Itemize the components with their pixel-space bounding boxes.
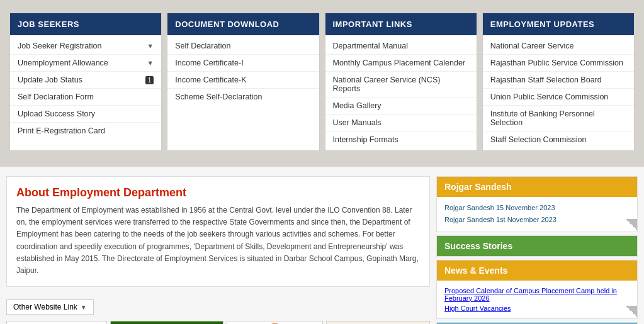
document-download-header: DOCUMENT DOWNLOAD — [167, 13, 319, 35]
nav-item-ncs-reports[interactable]: National Career Service (NCS) Reports — [325, 72, 477, 98]
nav-item-unemployment-allowance[interactable]: Unemployment Allowance ▼ — [10, 55, 161, 72]
about-text: The Department of Employment was establi… — [16, 204, 420, 277]
nav-item-update-job-status[interactable]: Update Job Status 1 — [10, 72, 161, 89]
other-website-link[interactable]: Other Website Link ▼ — [6, 299, 94, 315]
news-events-header[interactable]: News & Events — [437, 260, 637, 281]
nav-item-job-seeker-registration[interactable]: Job Seeker Registration ▼ — [10, 38, 161, 55]
nav-item-self-declaration[interactable]: Self Declaration — [167, 38, 319, 55]
success-stories-card: Success Stories — [436, 235, 638, 257]
rojgar-item-1[interactable]: Rojgar Sandesh 15 November 2023 — [444, 202, 630, 214]
job-seekers-column: JOB SEEKERS Job Seeker Registration ▼ Un… — [9, 13, 162, 151]
news-item-2[interactable]: High Court Vacancies — [444, 303, 630, 313]
employment-updates-header: EMPLOYMENT UPDATES — [483, 13, 634, 35]
nav-item-ssc[interactable]: Staff Selection Commission — [483, 131, 634, 148]
important-links-items: Departmental Manual Monthly Campus Place… — [325, 35, 477, 150]
nav-item-internship-formats[interactable]: Internship Formats — [325, 131, 477, 148]
employment-updates-items: National Career Service Rajasthan Public… — [483, 35, 634, 150]
nav-item-upsc[interactable]: Union Public Service Commission — [483, 89, 634, 106]
news-item-1[interactable]: Proposed Calendar of Campus Placement Ca… — [444, 286, 630, 303]
document-download-items: Self Declaration Income Certificate-I In… — [167, 35, 319, 108]
employment-updates-column: EMPLOYMENT UPDATES National Career Servi… — [482, 13, 635, 151]
rajasthan-sampark-banner[interactable]: राजस्थान संपर्क Rajasthan Sampark — [6, 321, 107, 324]
important-links-column: IMPORTANT LINKS Departmental Manual Mont… — [325, 13, 477, 151]
about-section: About Employment Department The Departme… — [6, 176, 430, 287]
rojgar-sandesh-header[interactable]: Rojgar Sandesh — [437, 177, 637, 197]
nav-item-income-certificate-k[interactable]: Income Certificate-K — [167, 72, 319, 89]
news-link-1[interactable]: Proposed Calendar of Campus Placement Ca… — [444, 287, 617, 302]
nav-item-departmental-manual[interactable]: Departmental Manual — [325, 38, 477, 55]
left-content: About Employment Department The Departme… — [6, 176, 430, 324]
nav-item-media-gallery[interactable]: Media Gallery — [325, 98, 477, 115]
dropdown-arrow-icon: ▼ — [147, 59, 154, 67]
toll-free-banner[interactable]: भारत कोई रिश्वत मत बोलो ☎ 1800 Anti Corr… — [110, 321, 224, 324]
nav-item-income-certificate-i[interactable]: Income Certificate-I — [167, 55, 319, 72]
notification-badge: 1 — [145, 76, 154, 84]
nav-area: JOB SEEKERS Job Seeker Registration ▼ Un… — [0, 0, 644, 167]
job-seekers-header: JOB SEEKERS — [10, 13, 161, 35]
nav-columns: JOB SEEKERS Job Seeker Registration ▼ Un… — [6, 6, 638, 157]
main-content: About Employment Department The Departme… — [0, 167, 644, 324]
nav-item-upload-success-story[interactable]: Upload Success Story — [10, 106, 161, 123]
rojgar-link-1[interactable]: Rojgar Sandesh 15 November 2023 — [444, 204, 555, 211]
nav-item-monthly-campus-placement[interactable]: Monthly Campus Placement Calender — [325, 55, 477, 72]
news-link-2[interactable]: High Court Vacancies — [444, 304, 511, 312]
news-events-body: Proposed Calendar of Campus Placement Ca… — [437, 281, 637, 318]
nav-item-national-career-service[interactable]: National Career Service — [483, 38, 634, 55]
success-stories-header[interactable]: Success Stories — [437, 236, 637, 256]
right-sidebar: Rojgar Sandesh Rojgar Sandesh 15 Novembe… — [436, 176, 638, 324]
nav-item-scheme-self-declaration[interactable]: Scheme Self-Declaration — [167, 89, 319, 105]
rojgar-sandesh-body: Rojgar Sandesh 15 November 2023 Rojgar S… — [437, 197, 637, 232]
rojgar-item-2[interactable]: Rojgar Sandesh 1st November 2023 — [444, 214, 630, 226]
nav-item-self-declaration-form[interactable]: Self Declaration Form — [10, 89, 161, 106]
dropdown-arrow-icon: ▼ — [147, 42, 154, 50]
nav-item-print-eregistration-card[interactable]: Print E-Registration Card — [10, 123, 161, 139]
nav-item-ibps[interactable]: Institute of Banking Personnel Selection — [483, 106, 634, 131]
nav-item-rajasthan-ssc[interactable]: Rajasthan Staff Selection Board — [483, 72, 634, 89]
news-events-card: News & Events Proposed Calendar of Campu… — [436, 260, 638, 319]
fourth-banner[interactable]: Banner — [326, 321, 431, 324]
jan-soochna-banner[interactable]: जन सूचना पोर्टल-2019 — [227, 321, 322, 324]
other-website-label: Other Website Link — [13, 303, 77, 311]
job-seekers-items: Job Seeker Registration ▼ Unemployment A… — [10, 35, 161, 142]
other-website-arrow-icon: ▼ — [81, 304, 87, 311]
important-links-header: IMPORTANT LINKS — [325, 13, 477, 35]
rojgar-sandesh-card: Rojgar Sandesh Rojgar Sandesh 15 Novembe… — [436, 176, 638, 232]
nav-item-user-manuals[interactable]: User Manuals — [325, 115, 477, 131]
about-title: About Employment Department — [16, 186, 420, 199]
document-download-column: DOCUMENT DOWNLOAD Self Declaration Incom… — [167, 13, 319, 151]
rojgar-link-2[interactable]: Rojgar Sandesh 1st November 2023 — [444, 216, 556, 223]
nav-item-rajasthan-psc[interactable]: Rajasthan Public Service Commission — [483, 55, 634, 72]
banner-area: राजस्थान संपर्क Rajasthan Sampark भारत क… — [6, 321, 430, 324]
